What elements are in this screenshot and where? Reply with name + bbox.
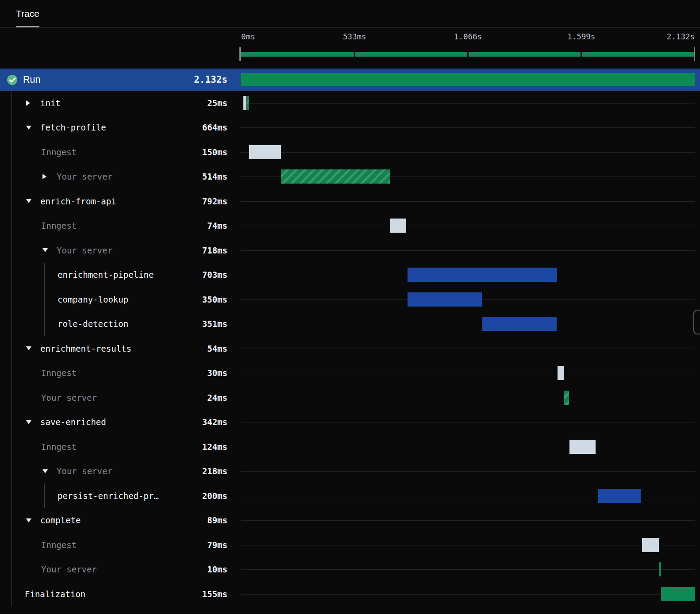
span-bar-blue[interactable]	[482, 317, 557, 331]
trace-row-enrichment-results[interactable]: enrichment-results54ms	[0, 336, 700, 361]
timeline-minimap[interactable]	[241, 52, 695, 57]
span-bar-solid-green[interactable]	[659, 562, 661, 576]
trace-row-complete[interactable]: complete89ms	[0, 508, 700, 533]
chevron-down-icon	[42, 469, 48, 473]
span-bar-blue[interactable]	[598, 489, 641, 503]
expand-arrow[interactable]	[25, 100, 40, 106]
trace-row-enrichment-pipeline[interactable]: enrichment-pipeline703ms	[0, 263, 700, 288]
tick-label-2-132s: 2.132s	[667, 32, 695, 41]
collapse-arrow[interactable]	[41, 248, 57, 252]
span-bar-queued[interactable]	[558, 366, 564, 380]
collapse-arrow[interactable]	[25, 518, 40, 522]
trace-row-your-server[interactable]: Your server24ms	[0, 385, 700, 410]
trace-row-your-server[interactable]: Your server10ms	[0, 557, 700, 582]
track-gridline	[241, 569, 695, 570]
span-bar-solid-green[interactable]	[661, 587, 695, 601]
trace-row-inngest[interactable]: Inngest150ms	[0, 140, 700, 165]
span-bar-solid-green[interactable]	[241, 73, 695, 86]
chevron-right-icon	[26, 100, 30, 106]
trace-row-enrich-from-api[interactable]: enrich-from-api792ms	[0, 189, 700, 214]
chevron-down-icon	[26, 420, 31, 424]
span-duration: 74ms	[159, 221, 227, 230]
track-gridline	[241, 152, 695, 153]
collapse-arrow[interactable]	[25, 199, 40, 203]
track-gridline	[241, 103, 695, 104]
span-name: Inngest	[41, 147, 77, 157]
span-bar-queued[interactable]	[243, 96, 247, 110]
minimap-end-tick	[694, 47, 695, 61]
span-name: enrichment-pipeline	[58, 270, 154, 280]
span-duration: 342ms	[159, 417, 227, 427]
span-name: Inngest	[41, 368, 77, 378]
track-gridline	[241, 545, 695, 545]
span-track	[241, 557, 695, 582]
trace-row-inngest[interactable]: Inngest124ms	[0, 434, 700, 459]
trace-row-role-detection[interactable]: role-detection351ms	[0, 312, 700, 337]
span-name: enrich-from-api	[40, 196, 116, 206]
collapse-arrow[interactable]	[25, 126, 40, 130]
track-gridline	[241, 349, 695, 349]
trace-row-your-server[interactable]: Your server514ms	[0, 165, 700, 189]
span-bar-blue[interactable]	[408, 268, 557, 282]
tab-bar: Trace	[0, 0, 700, 27]
trace-row-save-enriched[interactable]: save-enriched342ms	[0, 410, 700, 435]
trace-row-inngest[interactable]: Inngest79ms	[0, 533, 700, 557]
span-track	[241, 459, 695, 484]
trace-row-your-server[interactable]: Your server218ms	[0, 459, 700, 484]
span-bar-queued[interactable]	[249, 145, 281, 159]
collapse-arrow[interactable]	[25, 346, 40, 350]
track-gridline	[241, 226, 695, 226]
span-bar-hatched-green[interactable]	[564, 391, 569, 405]
span-track	[241, 238, 695, 263]
trace-row-your-server[interactable]: Your server718ms	[0, 238, 700, 263]
span-duration: 703ms	[159, 270, 227, 280]
span-name: save-enriched	[40, 417, 106, 427]
span-duration: 218ms	[159, 466, 227, 476]
span-bar-queued[interactable]	[390, 219, 406, 233]
span-track	[241, 508, 695, 533]
span-name: Finalization	[25, 589, 85, 599]
span-duration: 10ms	[159, 564, 227, 574]
span-bar-hatched-green[interactable]	[247, 96, 249, 110]
collapse-arrow[interactable]	[25, 420, 40, 424]
track-gridline	[241, 447, 695, 447]
span-duration: 30ms	[159, 368, 227, 378]
span-name: complete	[40, 515, 81, 525]
side-panel-handle[interactable]	[693, 310, 700, 334]
minimap-segment	[355, 52, 467, 57]
span-bar-queued[interactable]	[642, 538, 659, 552]
tick-label-1-066s: 1.066s	[454, 32, 482, 41]
span-duration: 24ms	[159, 393, 227, 403]
trace-row-init[interactable]: init25ms	[0, 91, 700, 115]
span-bar-hatched-green[interactable]	[281, 169, 390, 184]
indent-guide-line	[28, 140, 28, 189]
span-name: Inngest	[41, 442, 77, 452]
trace-row-company-lookup[interactable]: company-lookup350ms	[0, 287, 700, 312]
span-name: company-lookup	[58, 295, 128, 304]
span-bar-queued[interactable]	[569, 440, 596, 454]
indent-guide-line	[12, 91, 12, 606]
span-duration: 718ms	[159, 246, 227, 255]
span-duration: 79ms	[159, 540, 227, 550]
span-duration: 54ms	[159, 344, 227, 353]
trace-row-fetch-profile[interactable]: fetch-profile664ms	[0, 115, 700, 140]
trace-row-finalization[interactable]: Finalization155ms	[0, 582, 700, 606]
span-track	[241, 91, 695, 115]
span-track	[241, 263, 695, 288]
expand-arrow[interactable]	[41, 174, 57, 179]
track-gridline	[241, 250, 695, 251]
timeline-tick-labels: 0ms533ms1.066s1.599s2.132s	[241, 32, 695, 44]
span-track	[241, 336, 695, 361]
trace-row-run[interactable]: Run2.132s	[0, 69, 700, 91]
chevron-down-icon	[26, 126, 31, 130]
tab-trace[interactable]: Trace	[16, 0, 39, 27]
trace-row-inngest[interactable]: Inngest30ms	[0, 361, 700, 386]
chevron-down-icon	[26, 518, 31, 522]
span-track	[241, 189, 695, 214]
collapse-arrow[interactable]	[41, 469, 57, 473]
track-gridline	[241, 324, 695, 324]
trace-row-persist-enriched-pr[interactable]: persist-enriched-pr…200ms	[0, 484, 700, 508]
span-bar-blue[interactable]	[408, 292, 482, 307]
span-track	[241, 434, 695, 459]
trace-row-inngest[interactable]: Inngest74ms	[0, 214, 700, 238]
